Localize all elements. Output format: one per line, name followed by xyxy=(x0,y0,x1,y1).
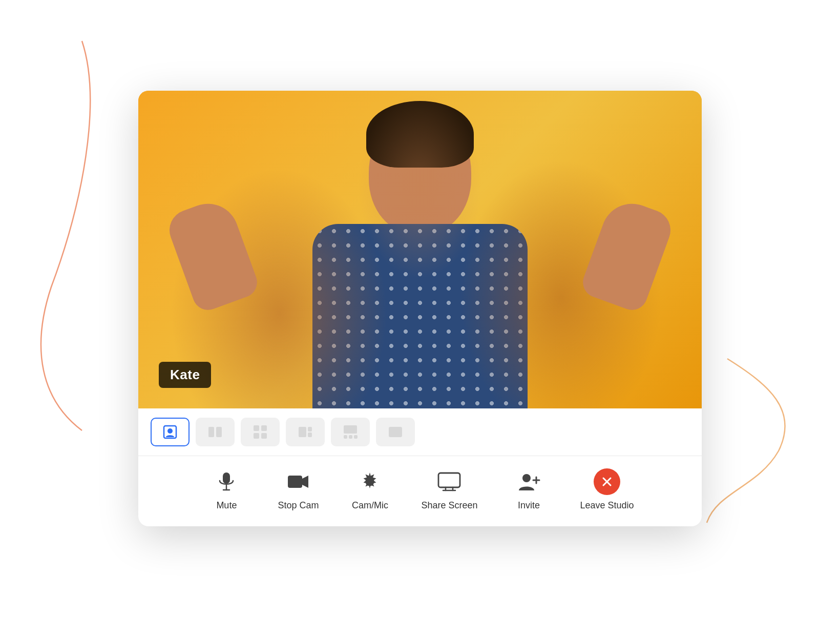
layout-bar xyxy=(138,408,702,456)
close-icon xyxy=(600,475,614,488)
leave-icon-circle xyxy=(594,468,620,495)
layout-btn-4grid[interactable] xyxy=(241,418,280,446)
svg-rect-13 xyxy=(344,435,347,439)
participant-name-tag: Kate xyxy=(159,362,211,388)
share-screen-button[interactable]: Share Screen xyxy=(421,468,477,511)
studio-container: Kate xyxy=(138,91,702,526)
svg-rect-6 xyxy=(261,425,267,431)
video-area: Kate xyxy=(138,91,702,408)
camera-icon xyxy=(287,473,309,490)
layout-single-icon xyxy=(161,423,179,441)
svg-rect-10 xyxy=(308,427,312,431)
svg-point-26 xyxy=(522,474,531,482)
invite-icon-container xyxy=(516,468,542,495)
mute-icon-container xyxy=(213,468,240,495)
svg-rect-9 xyxy=(299,427,306,437)
svg-rect-16 xyxy=(389,427,402,437)
cam-mic-button[interactable]: Cam/Mic xyxy=(349,468,390,511)
layout-blank-icon xyxy=(386,423,405,441)
layout-side-icon xyxy=(296,423,314,441)
layout-btn-single[interactable] xyxy=(151,418,190,446)
svg-rect-17 xyxy=(223,472,230,484)
layout-2grid-icon xyxy=(206,423,224,441)
share-screen-icon-container xyxy=(436,468,463,495)
participant-name-text: Kate xyxy=(170,367,200,382)
svg-rect-22 xyxy=(438,473,460,487)
svg-rect-7 xyxy=(254,433,259,439)
leave-studio-label: Leave Studio xyxy=(580,500,634,511)
cam-mic-label: Cam/Mic xyxy=(352,500,388,511)
leave-studio-button[interactable]: Leave Studio xyxy=(580,468,634,511)
leave-studio-icon-container xyxy=(594,468,620,495)
svg-rect-20 xyxy=(288,476,302,488)
svg-rect-11 xyxy=(308,433,312,437)
monitor-icon xyxy=(437,472,461,491)
svg-rect-12 xyxy=(344,425,357,434)
layout-btn-2grid[interactable] xyxy=(196,418,235,446)
svg-point-2 xyxy=(167,428,173,434)
settings-icon xyxy=(360,471,380,492)
cam-mic-icon-container xyxy=(356,468,383,495)
layout-4grid-icon xyxy=(251,423,269,441)
svg-rect-5 xyxy=(254,425,259,431)
layout-spotlight-icon xyxy=(341,423,360,441)
layout-btn-side[interactable] xyxy=(286,418,325,446)
share-screen-label: Share Screen xyxy=(421,500,477,511)
svg-rect-14 xyxy=(349,435,352,439)
invite-label: Invite xyxy=(518,500,540,511)
stop-cam-button[interactable]: Stop Cam xyxy=(278,468,319,511)
mute-label: Mute xyxy=(216,500,237,511)
svg-rect-3 xyxy=(208,427,214,437)
svg-rect-8 xyxy=(261,433,267,439)
add-person-icon xyxy=(518,472,540,491)
controls-bar: Mute Stop Cam Cam/Mic xyxy=(138,456,702,526)
layout-btn-spotlight[interactable] xyxy=(331,418,370,446)
stop-cam-label: Stop Cam xyxy=(278,500,319,511)
svg-rect-15 xyxy=(354,435,358,439)
svg-rect-4 xyxy=(216,427,222,437)
microphone-icon xyxy=(217,471,236,492)
layout-btn-blank[interactable] xyxy=(376,418,415,446)
mute-button[interactable]: Mute xyxy=(206,468,247,511)
invite-button[interactable]: Invite xyxy=(509,468,550,511)
stop-cam-icon-container xyxy=(285,468,311,495)
